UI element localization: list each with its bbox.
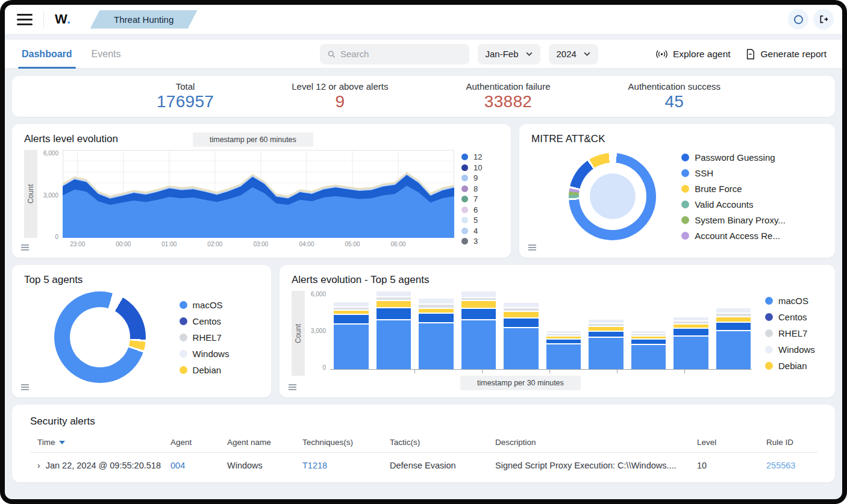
legend-label: RHEL7: [778, 328, 807, 338]
legend-item[interactable]: Debian: [180, 365, 230, 375]
mitre-donut-chart[interactable]: [569, 153, 656, 240]
app-logo[interactable]: W.: [55, 11, 71, 27]
stacked-bar-chart: [330, 291, 752, 369]
legend-item[interactable]: 3: [461, 237, 499, 246]
bar[interactable]: [377, 291, 411, 369]
bar[interactable]: [631, 331, 666, 369]
logo-text: W: [55, 11, 67, 26]
bar[interactable]: [461, 291, 496, 369]
bar[interactable]: [716, 308, 751, 369]
panel-menu-icon[interactable]: [289, 384, 296, 390]
panel-menu-icon[interactable]: [528, 244, 536, 250]
bar-segment: [334, 308, 369, 310]
bar[interactable]: [674, 317, 708, 369]
search-input[interactable]: [340, 49, 462, 59]
bar-segment: [716, 317, 751, 322]
legend-item[interactable]: 5: [461, 216, 499, 225]
legend-label: Password Guessing: [695, 152, 775, 163]
legend-item[interactable]: Debian: [765, 361, 823, 371]
chart-legend: 12109876543: [461, 150, 499, 248]
panel-title: MITRE ATT&CK: [531, 133, 823, 145]
legend-item[interactable]: 6: [461, 205, 499, 214]
legend-item[interactable]: Valid Accounts: [681, 199, 786, 210]
expand-row-icon[interactable]: ›: [37, 461, 40, 470]
legend-item[interactable]: 7: [461, 194, 499, 204]
bar-segment: [631, 340, 666, 344]
cell-link[interactable]: T1218: [302, 461, 327, 470]
legend-dot-icon: [681, 154, 689, 161]
legend-label: Debian: [778, 361, 807, 371]
legend-item[interactable]: RHEL7: [765, 328, 823, 338]
legend-label: Brute Force: [695, 184, 742, 194]
legend-item[interactable]: macOS: [765, 296, 823, 306]
generate-report-button[interactable]: Generate report: [745, 49, 827, 60]
bar[interactable]: [334, 302, 369, 369]
legend-item[interactable]: Windows: [765, 344, 823, 355]
legend-item[interactable]: Account Access Re...: [681, 231, 786, 241]
legend-item[interactable]: 8: [461, 184, 499, 193]
legend-item[interactable]: SSH: [681, 168, 786, 178]
bar-segment: [546, 344, 581, 369]
bar[interactable]: [504, 303, 539, 369]
legend-label: SSH: [695, 168, 713, 178]
bar-segment: [504, 312, 539, 317]
year-filter-select[interactable]: 2024: [549, 44, 598, 64]
stat-value: 176957: [157, 92, 214, 111]
status-ring-button[interactable]: [788, 9, 808, 30]
table-header-cell[interactable]: Time: [30, 432, 170, 453]
stat-level12-alerts: Level 12 or above alerts 9: [292, 81, 388, 111]
panel-menu-icon[interactable]: [21, 244, 29, 250]
bar-segment: [504, 303, 539, 307]
legend-item[interactable]: System Binary Proxy...: [681, 215, 786, 225]
bar-segment: [461, 301, 496, 307]
topbar: W. Threat Hunting: [5, 5, 842, 34]
legend-item[interactable]: RHEL7: [180, 332, 230, 343]
bar[interactable]: [419, 299, 454, 369]
stat-auth-failure: Authentication failure 33882: [466, 81, 550, 111]
bar-segment: [631, 334, 666, 335]
legend-item[interactable]: 4: [461, 226, 499, 235]
search-box[interactable]: [320, 44, 469, 64]
search-icon: [327, 49, 336, 59]
table-cell[interactable]: T1218: [302, 453, 390, 479]
legend-item[interactable]: Centos: [765, 312, 823, 322]
month-filter-select[interactable]: Jan-Feb: [478, 44, 540, 64]
legend-item[interactable]: Centos: [180, 316, 230, 326]
bar-segment: [589, 327, 624, 331]
legend-item[interactable]: Windows: [180, 349, 230, 359]
tab-dashboard[interactable]: Dashboard: [20, 40, 73, 69]
bar-segment: [546, 337, 581, 339]
breadcrumb[interactable]: Threat Hunting: [90, 10, 198, 29]
table-cell[interactable]: 255563: [766, 453, 818, 479]
area-chart[interactable]: [63, 150, 454, 238]
tab-events[interactable]: Events: [90, 40, 122, 69]
bar-segment: [419, 323, 454, 369]
y-axis-ticks: 6,0003,0000: [40, 150, 63, 240]
sort-desc-icon[interactable]: [59, 441, 65, 444]
legend-item[interactable]: macOS: [180, 300, 230, 310]
legend-item[interactable]: 12: [461, 152, 499, 161]
legend-item[interactable]: Password Guessing: [681, 152, 786, 163]
toolbar: Dashboard Events Jan-Feb 2024: [5, 40, 842, 69]
legend-item[interactable]: 9: [461, 173, 499, 182]
panel-menu-icon[interactable]: [21, 384, 29, 390]
legend-dot-icon: [681, 169, 689, 177]
bar-segment: [631, 337, 666, 339]
legend-label: 6: [474, 205, 478, 214]
bar-segment: [674, 317, 708, 320]
legend-item[interactable]: 10: [461, 163, 499, 172]
cell-link[interactable]: 255563: [766, 461, 795, 470]
bar-segment: [674, 337, 708, 369]
table-cell[interactable]: 004: [170, 453, 227, 479]
bar[interactable]: [589, 320, 624, 369]
logout-button[interactable]: [813, 9, 834, 30]
explore-agent-button[interactable]: Explore agent: [656, 49, 731, 60]
bar[interactable]: [546, 331, 581, 369]
menu-icon[interactable]: [17, 14, 33, 25]
top5-donut-chart[interactable]: [54, 291, 146, 383]
legend-item[interactable]: Brute Force: [681, 184, 786, 194]
cell-link[interactable]: 004: [170, 461, 185, 470]
legend-dot-icon: [681, 232, 689, 240]
bar-segment: [631, 345, 666, 369]
bar-segment: [377, 291, 411, 296]
